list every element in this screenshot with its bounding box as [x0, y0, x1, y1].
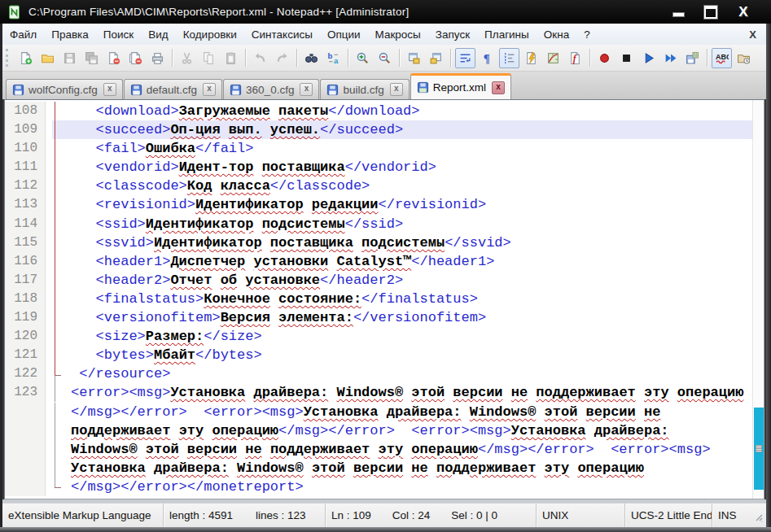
open-file-button[interactable]	[37, 48, 58, 68]
line-number-margin: 119	[5, 308, 46, 327]
code-line[interactable]: <finalstatus>Конечное состояние:</finals…	[59, 290, 752, 308]
tab-close-icon[interactable]: x	[103, 83, 116, 96]
run-macro-multiple-button[interactable]	[660, 48, 681, 68]
spell-check-button[interactable]: ABC	[712, 48, 732, 68]
document-map-button[interactable]	[543, 48, 563, 68]
code-line[interactable]: </msg></error></monetreport>	[59, 477, 752, 496]
code-line[interactable]: <size>Размер:</size>	[59, 327, 752, 346]
vertical-scrollbar[interactable]	[752, 100, 764, 499]
tab-build-cfg[interactable]: build.cfgx	[320, 79, 409, 99]
minimize-button[interactable]	[672, 7, 685, 18]
tab-label: Report.xml	[433, 81, 486, 94]
paste-button[interactable]	[221, 48, 241, 68]
code-line[interactable]: <succeed>Оп-ция вып. успеш.</succeed>	[59, 120, 752, 139]
code-line[interactable]: <vendorid>Идент-тор поставщика</vendorid…	[59, 158, 752, 177]
menu-item-encoding[interactable]: Кодировки	[176, 25, 244, 44]
bookmark-margin	[46, 139, 52, 158]
menu-item-macro[interactable]: Макросы	[368, 25, 428, 44]
tab-report-xml[interactable]: Report.xmlx	[410, 73, 511, 99]
fold-margin	[52, 120, 59, 139]
new-file-button[interactable]	[15, 48, 36, 68]
status-encoding[interactable]: UCS-2 Little Endian	[625, 504, 712, 527]
zoom-in-icon	[356, 51, 370, 65]
print-button[interactable]	[147, 48, 168, 68]
replace-button[interactable]: ba	[323, 48, 344, 68]
show-all-characters-button[interactable]: ¶	[477, 48, 497, 68]
stop-recording-icon	[620, 51, 633, 65]
editor-pane[interactable]: 108 <download>Загружаемые пакеты</downlo…	[4, 99, 764, 499]
line-number-margin: 116	[5, 252, 46, 271]
zoom-out-icon	[378, 51, 392, 65]
copy-button[interactable]	[199, 48, 219, 68]
tab-close-icon[interactable]: x	[300, 83, 313, 96]
menu-item-window[interactable]: Окна	[537, 25, 576, 44]
menu-item-run[interactable]: Запуск	[428, 25, 477, 44]
code-line[interactable]: <header1>Диспетчер установки Catalyst™</…	[59, 252, 752, 271]
redo-button[interactable]	[272, 48, 292, 68]
close-all-button[interactable]	[125, 48, 146, 68]
code-line[interactable]: поддерживает эту операцию</msg></error> …	[59, 421, 752, 440]
word-wrap-button[interactable]	[455, 48, 475, 68]
find-button[interactable]	[301, 48, 322, 68]
code-line[interactable]: <versionofitem>Версия элемента:</version…	[59, 308, 752, 327]
fold-margin[interactable]	[52, 477, 59, 496]
code-line[interactable]: <fail>Ошибка</fail>	[59, 139, 752, 158]
tab-close-icon[interactable]: x	[492, 81, 505, 94]
save-all-button[interactable]	[81, 48, 102, 68]
menu-item-view[interactable]: Вид	[141, 25, 175, 44]
file-icon	[130, 84, 142, 96]
folder-as-workspace-button[interactable]	[734, 48, 754, 68]
code-line[interactable]: <download>Загружаемые пакеты</download>	[59, 102, 752, 120]
tab-close-icon[interactable]: x	[390, 83, 403, 96]
window-frame-right	[766, 24, 771, 532]
user-defined-language-button[interactable]	[521, 48, 541, 68]
code-line[interactable]: </msg></error> <error><msg>Установка дра…	[59, 403, 752, 421]
tab-wolfconfig-cfg[interactable]: wolfConfig.cfgx	[6, 79, 123, 99]
maximize-button[interactable]	[704, 7, 717, 18]
playback-macro-button[interactable]	[638, 48, 659, 68]
cut-button[interactable]	[177, 48, 197, 68]
menu-item-edit[interactable]: Правка	[44, 25, 96, 44]
menu-item-file[interactable]: Файл	[2, 25, 44, 44]
code-line[interactable]: Windows® этой версии не поддерживает эту…	[59, 440, 752, 459]
undo-button[interactable]	[250, 48, 270, 68]
close-button[interactable]: X	[737, 7, 750, 18]
indent-guide-button[interactable]	[499, 48, 519, 68]
code-line[interactable]: <bytes>Мбайт</bytes>	[59, 346, 752, 364]
save-macro-button[interactable]	[682, 48, 703, 68]
code-line[interactable]: Установка драйвера: Windows® этой версии…	[59, 459, 752, 477]
menu-close-button[interactable]: X	[749, 28, 756, 41]
function-list-button[interactable]: f	[565, 48, 585, 68]
sync-horizontal-button[interactable]	[426, 48, 446, 68]
line-number-margin	[5, 403, 46, 421]
status-eol-format[interactable]: UNIX	[537, 504, 624, 527]
tab-360-0-cfg[interactable]: 360_0.cfgx	[223, 79, 319, 99]
stop-recording-button[interactable]	[616, 48, 637, 68]
tab-close-icon[interactable]: x	[203, 83, 216, 96]
editor-row: 118 <finalstatus>Конечное состояние:</fi…	[5, 290, 752, 308]
save-file-button[interactable]	[59, 48, 80, 68]
code-line[interactable]: </resource>	[59, 364, 752, 383]
code-line[interactable]: <classcode>Код класса</classcode>	[59, 177, 752, 195]
code-line[interactable]: <header2>Отчет об установке</header2>	[59, 271, 752, 290]
resize-grip-icon[interactable]	[753, 512, 764, 525]
menu-item-language[interactable]: Синтаксисы	[244, 25, 320, 44]
menu-item-plugins[interactable]: Плагины	[477, 25, 537, 44]
sync-vertical-button[interactable]	[404, 48, 424, 68]
fold-margin	[52, 383, 59, 402]
close-file-button[interactable]	[103, 48, 124, 68]
status-insert-mode[interactable]: INS	[712, 504, 743, 527]
code-line[interactable]: <ssvid>Идентификатор поставщика подсисте…	[59, 233, 752, 252]
tab-default-cfg[interactable]: default.cfgx	[124, 79, 222, 99]
code-line[interactable]: <ssid>Идентификатор подсистемы</ssid>	[59, 215, 752, 233]
code-line[interactable]: <revisionid>Идентификатор редакции</revi…	[59, 195, 752, 214]
zoom-in-button[interactable]	[353, 48, 373, 68]
zoom-out-button[interactable]	[375, 48, 395, 68]
menu-item-help[interactable]: ?	[576, 25, 598, 44]
record-macro-button[interactable]	[594, 48, 615, 68]
scrollbar-thumb[interactable]	[754, 408, 764, 490]
code-line[interactable]: <error><msg>Установка драйвера: Windows®…	[59, 383, 752, 402]
menu-item-settings[interactable]: Опции	[320, 25, 368, 44]
fold-margin[interactable]	[52, 364, 59, 383]
menu-item-search[interactable]: Поиск	[96, 25, 141, 44]
